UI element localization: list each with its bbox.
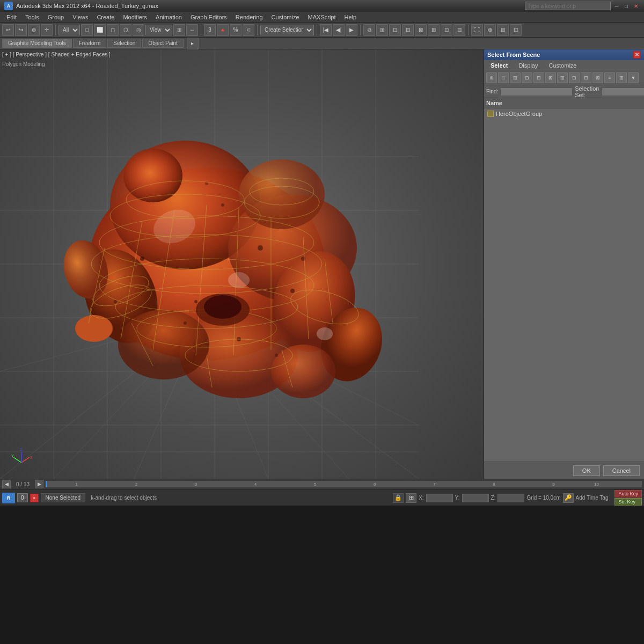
tool-btn-5[interactable]: ◎ — [133, 24, 144, 36]
z-value-input[interactable] — [497, 494, 524, 502]
dialog-tool-10[interactable]: ⊠ — [592, 72, 603, 83]
dialog-tab-customize[interactable]: Customize — [545, 61, 581, 70]
dialog-tool-5[interactable]: ⊟ — [533, 72, 544, 83]
auto-key-button[interactable]: Auto Key — [614, 490, 642, 497]
tool-btn-14[interactable]: ⊟ — [402, 24, 414, 36]
anim-btn-1[interactable]: |◀ — [320, 24, 332, 36]
tab-graphite-modeling[interactable]: Graphite Modeling Tools — [2, 39, 72, 48]
tool-btn-21[interactable]: ⊞ — [497, 24, 509, 36]
tab-object-paint[interactable]: Object Paint — [142, 39, 183, 48]
menu-graph-editors[interactable]: Graph Editors — [186, 13, 231, 21]
menu-edit[interactable]: Edit — [2, 13, 21, 21]
selection-btn-2[interactable]: ⬜ — [94, 24, 106, 36]
tool-btn-10[interactable]: ⊂ — [243, 24, 254, 36]
frame-counter: 0 / 13 — [13, 481, 33, 487]
vp-btn-right[interactable]: ▶ — [35, 480, 43, 488]
find-input[interactable] — [500, 87, 573, 96]
selection-btn-4[interactable]: ⬡ — [120, 24, 131, 36]
dialog-title-bar: Select From Scene ✕ — [484, 49, 644, 60]
selection-btn-3[interactable]: ◻ — [107, 24, 119, 36]
dialog-tab-select[interactable]: Select — [486, 61, 512, 70]
undo-button[interactable]: ↩ — [2, 24, 14, 36]
grid-label: Grid = 10,0cm — [526, 495, 560, 501]
create-selection-dropdown[interactable]: Create Selection — [260, 25, 314, 35]
title-bar-title: Autodesk 3ds Max 2012 x64 - Roasted_Turk… — [16, 3, 158, 9]
menu-maxscript[interactable]: MAXScript — [304, 13, 340, 21]
tool-btn-8[interactable]: 🔺 — [217, 24, 229, 36]
y-value-input[interactable] — [462, 494, 489, 502]
dialog-tool-9[interactable]: ⊟ — [581, 72, 591, 83]
tool-btn-19[interactable]: ⛶ — [471, 24, 483, 36]
list-item[interactable]: HeroObjectGroup — [484, 109, 644, 118]
ok-button[interactable]: OK — [573, 465, 600, 476]
svg-point-33 — [123, 149, 182, 202]
redo-button[interactable]: ↪ — [15, 24, 27, 36]
tool-btn-12[interactable]: ⊞ — [376, 24, 388, 36]
tool-btn-20[interactable]: ⊕ — [484, 24, 496, 36]
svg-point-46 — [275, 354, 278, 357]
menu-help[interactable]: Help — [340, 13, 361, 21]
dialog-tool-12[interactable]: ⊞ — [616, 72, 627, 83]
key-icon[interactable]: 🔑 — [563, 493, 574, 503]
menu-create[interactable]: Create — [92, 13, 119, 21]
name-column-header: Name — [486, 100, 502, 106]
tool-btn-18[interactable]: ⊟ — [453, 24, 465, 36]
title-search-input[interactable] — [525, 2, 611, 10]
menu-animation[interactable]: Animation — [151, 13, 186, 21]
dialog-tool-3[interactable]: ⊞ — [510, 72, 521, 83]
minimize-button[interactable]: ─ — [613, 2, 620, 10]
dialog-tool-8[interactable]: ⊡ — [569, 72, 580, 83]
status-close-button[interactable]: × — [30, 494, 39, 502]
dialog-buttons: OK Cancel — [484, 462, 644, 479]
dialog-tool-1[interactable]: ⊕ — [486, 72, 497, 83]
maximize-button[interactable]: □ — [623, 2, 630, 10]
x-value-input[interactable] — [426, 494, 453, 502]
dialog-tool-6[interactable]: ⊠ — [545, 72, 556, 83]
dialog-tool-7[interactable]: ⊞ — [557, 72, 568, 83]
menu-rendering[interactable]: Rendering — [231, 13, 267, 21]
menu-customize[interactable]: Customize — [267, 13, 304, 21]
menu-modifiers[interactable]: Modifiers — [119, 13, 151, 21]
view-dropdown[interactable]: View — [145, 25, 172, 35]
selection-set-input[interactable] — [602, 87, 645, 96]
tool-btn-13[interactable]: ⊡ — [389, 24, 401, 36]
dialog-tab-display[interactable]: Display — [514, 61, 542, 70]
anim-btn-2[interactable]: ◀| — [333, 24, 345, 36]
close-app-button[interactable]: ✕ — [632, 2, 640, 10]
selection-btn-1[interactable]: □ — [81, 24, 93, 36]
vp-btn-left[interactable]: ◀ — [2, 480, 11, 488]
anim-btn-3[interactable]: ▶ — [346, 24, 357, 36]
timeline-bar[interactable]: 1 2 3 4 5 6 7 8 9 10 — [46, 481, 642, 487]
dialog-close-button[interactable]: ✕ — [633, 51, 641, 58]
menu-tools[interactable]: Tools — [21, 13, 43, 21]
dialog-tool-13[interactable]: ▼ — [628, 72, 639, 83]
tab-freeform[interactable]: Freeform — [73, 39, 107, 48]
set-key-button[interactable]: Set Key — [614, 498, 642, 506]
tool-btn-11[interactable]: ⧉ — [363, 24, 375, 36]
menu-group[interactable]: Group — [43, 13, 69, 21]
dialog-tool-2[interactable]: □ — [498, 72, 509, 83]
select-filter-dropdown[interactable]: All — [58, 25, 80, 35]
app-logo: A — [4, 2, 13, 10]
sub-tool-btn[interactable]: ▸ — [187, 38, 199, 49]
tool-3[interactable]: 3 — [204, 24, 216, 36]
dialog-object-list[interactable]: HeroObjectGroup — [484, 108, 644, 462]
dialog-tool-4[interactable]: ⊡ — [522, 72, 532, 83]
tool-btn-22[interactable]: ⊡ — [510, 24, 522, 36]
select-button[interactable]: ⊕ — [28, 24, 40, 36]
grid-icon[interactable]: ⊞ — [406, 493, 416, 503]
toolbar-separator-5 — [360, 25, 361, 35]
menu-views[interactable]: Views — [68, 13, 92, 21]
tool-btn-9[interactable]: % — [230, 24, 241, 36]
tool-btn-6[interactable]: ⊞ — [173, 24, 185, 36]
tool-btn-17[interactable]: ⊡ — [441, 24, 452, 36]
viewport[interactable]: [ + ] [ Perspective ] [ Shaded + Edged F… — [0, 49, 483, 479]
tool-btn-7[interactable]: ↔ — [186, 24, 198, 36]
cancel-button[interactable]: Cancel — [603, 465, 640, 476]
tool-btn-15[interactable]: ⊠ — [415, 24, 427, 36]
dialog-tool-11[interactable]: ≡ — [604, 72, 615, 83]
tab-selection[interactable]: Selection — [107, 39, 141, 48]
tool-btn-16[interactable]: ⊞ — [428, 24, 440, 36]
move-button[interactable]: ✛ — [41, 24, 53, 36]
lock-icon[interactable]: 🔒 — [393, 493, 404, 503]
